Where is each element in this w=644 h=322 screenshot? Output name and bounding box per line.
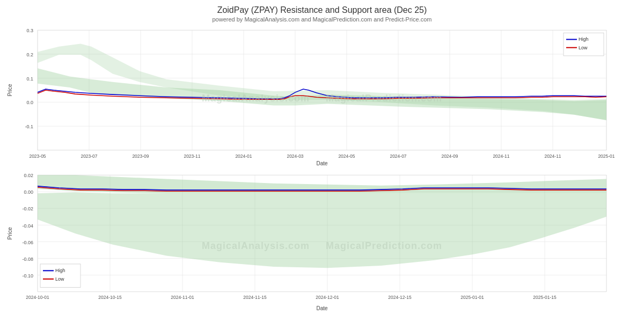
chart-subtitle: powered by MagicalAnalysis.com and Magic… xyxy=(5,16,639,23)
svg-text:0.0: 0.0 xyxy=(26,100,33,105)
chart-title: ZoidPay (ZPAY) Resistance and Support ar… xyxy=(5,5,639,15)
svg-text:2024-03: 2024-03 xyxy=(287,153,303,159)
top-chart-svg: 0.3 0.2 0.1 0.0 -0.1 2023-05 2023-07 202… xyxy=(5,25,639,172)
svg-text:-0.08: -0.08 xyxy=(22,256,33,261)
svg-text:High: High xyxy=(55,268,65,273)
page-container: ZoidPay (ZPAY) Resistance and Support ar… xyxy=(0,0,644,322)
svg-text:2024-01: 2024-01 xyxy=(235,153,252,159)
svg-text:Date: Date xyxy=(316,305,327,311)
bottom-chart-svg: 0.02 0.00 -0.02 -0.04 -0.06 -0.08 -0.10 … xyxy=(5,172,639,320)
svg-text:2024-11: 2024-11 xyxy=(493,153,509,159)
svg-text:2023-11: 2023-11 xyxy=(184,153,200,159)
svg-text:0.1: 0.1 xyxy=(26,76,33,82)
svg-text:2025-01-01: 2025-01-01 xyxy=(460,295,484,300)
svg-text:0.2: 0.2 xyxy=(26,52,33,57)
svg-text:2024-05: 2024-05 xyxy=(338,153,355,159)
svg-text:2024-12-15: 2024-12-15 xyxy=(388,295,412,300)
svg-text:2024-11-01: 2024-11-01 xyxy=(171,295,194,300)
svg-text:2024-12-01: 2024-12-01 xyxy=(316,295,339,300)
svg-text:2024-09: 2024-09 xyxy=(441,153,458,159)
charts-container: MagicalAnalysis.com MagicalPrediction.co… xyxy=(5,25,639,319)
svg-text:0.00: 0.00 xyxy=(24,189,33,195)
svg-text:-0.04: -0.04 xyxy=(22,223,33,228)
svg-text:-0.10: -0.10 xyxy=(22,273,33,278)
svg-text:2024-10-15: 2024-10-15 xyxy=(98,295,122,300)
top-chart-wrapper: MagicalAnalysis.com MagicalPrediction.co… xyxy=(5,25,639,172)
svg-text:-0.02: -0.02 xyxy=(22,206,33,211)
svg-text:0.3: 0.3 xyxy=(26,28,33,33)
svg-text:High: High xyxy=(579,36,588,42)
bottom-chart-wrapper: MagicalAnalysis.com MagicalPrediction.co… xyxy=(5,172,639,320)
svg-text:2023-09: 2023-09 xyxy=(132,153,149,159)
svg-text:2023-07: 2023-07 xyxy=(80,153,97,159)
svg-text:2024-07: 2024-07 xyxy=(390,153,406,159)
svg-text:2024-11-15: 2024-11-15 xyxy=(243,295,267,300)
svg-text:Price: Price xyxy=(7,84,13,97)
svg-text:2024-11: 2024-11 xyxy=(544,153,561,159)
svg-text:-0.06: -0.06 xyxy=(22,239,33,245)
svg-text:Date: Date xyxy=(316,160,328,166)
svg-text:2025-01-15: 2025-01-15 xyxy=(533,295,557,300)
svg-text:Price: Price xyxy=(7,226,13,239)
svg-text:2024-10-01: 2024-10-01 xyxy=(26,295,49,300)
svg-text:-0.1: -0.1 xyxy=(25,124,33,129)
svg-text:Low: Low xyxy=(579,45,588,50)
svg-text:0.02: 0.02 xyxy=(24,173,33,178)
svg-text:Low: Low xyxy=(55,276,64,281)
svg-text:2023-05: 2023-05 xyxy=(29,153,46,159)
svg-text:2025-01: 2025-01 xyxy=(598,153,614,159)
